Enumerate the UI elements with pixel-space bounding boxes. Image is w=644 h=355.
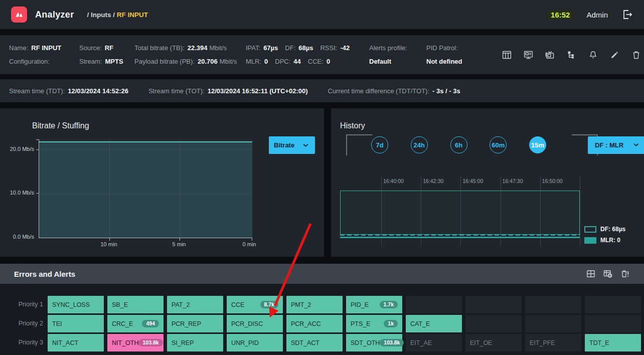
error-cell-pcr_rep[interactable]: PCR_REP: [167, 315, 223, 332]
tree-button[interactable]: [566, 50, 577, 60]
stream-info-fields: Name:RF INPUTConfiguration:Source:RFStre…: [9, 44, 502, 65]
display-card-button[interactable]: [523, 50, 534, 60]
error-cell-pat_2[interactable]: PAT_2: [167, 296, 223, 313]
mlr-line: [340, 237, 580, 238]
field-label: MLR:: [246, 58, 261, 65]
logout-button[interactable]: [621, 9, 633, 21]
field-unit: Mbit/s: [220, 58, 237, 65]
error-cell-pcr_acc[interactable]: PCR_ACC: [286, 315, 343, 332]
x-axis-label: 0 min: [234, 241, 264, 247]
field-label: Stream:: [79, 58, 102, 65]
range-button-60m[interactable]: 60m: [490, 136, 507, 153]
error-cell-sdt_oth[interactable]: SDT_OTH103.8k: [346, 334, 402, 351]
range-button-7d[interactable]: 7d: [371, 136, 388, 153]
info-column: IPAT:67µsDF:68µsRSSI:-42MLR:0DPC:44CCE:0: [246, 44, 369, 65]
clock: 16:52: [547, 10, 573, 20]
info-field-row: Name:RF INPUT: [9, 44, 79, 52]
edit-button[interactable]: [609, 50, 620, 60]
errors-table-button[interactable]: [586, 269, 596, 279]
errors-history-button[interactable]: [603, 269, 613, 279]
error-cell-pts_e[interactable]: PTS_E1k: [346, 315, 402, 332]
history-time-label: 16:42:30: [423, 178, 443, 184]
error-cell-cce[interactable]: CCE8.7k: [227, 296, 283, 313]
bitrate-panel-title: Bitrate / Stuffing: [32, 121, 89, 130]
error-cell-crc_e[interactable]: CRC_E494: [107, 315, 164, 332]
error-cell-label: SDT_ACT: [291, 339, 319, 346]
error-cell-si_rep[interactable]: SI_REP: [167, 334, 223, 351]
info-field-row: Not defined: [426, 58, 502, 65]
error-cell-label: PAT_2: [172, 301, 190, 308]
field-label: CCE:: [308, 58, 324, 65]
error-cell-tdt_e[interactable]: TDT_E: [585, 334, 641, 351]
df-band: [340, 191, 580, 235]
history-gridline: [580, 176, 580, 246]
history-metric-select[interactable]: DF : MLR: [588, 136, 644, 154]
error-cell-label: EIT_AE: [410, 339, 432, 346]
info-column: Total bitrate (TB):22.394Mbit/sPayload b…: [134, 44, 246, 65]
history-panel: History 7d24h6h60m15m DF : MLR 16:40:001…: [331, 108, 644, 257]
error-cell-unr_pid[interactable]: UNR_PID: [227, 334, 283, 351]
field-value: Default: [369, 58, 391, 65]
error-row: NIT_ACTNIT_OTH103.8kSI_REPUNR_PIDSDT_ACT…: [48, 334, 641, 351]
errors-header: Errors and Alerts: [0, 264, 644, 284]
info-column: Name:RF INPUTConfiguration:: [9, 44, 79, 65]
error-cell-eit_ae[interactable]: EIT_AE: [406, 334, 462, 351]
error-cell-pmt_2[interactable]: PMT_2: [286, 296, 343, 313]
y-axis-label: 10.0 Mb/s: [2, 190, 34, 196]
priority-label: Priority 3: [0, 334, 43, 351]
error-cell-empty: [585, 296, 641, 313]
history-time-label: 16:45:00: [462, 178, 483, 184]
error-cell-nit_act[interactable]: NIT_ACT: [48, 334, 104, 351]
error-cell-label: EIT_PFE: [530, 339, 555, 346]
x-tick: [252, 238, 252, 241]
field-label: Total bitrate (TB):: [134, 44, 185, 52]
field-label: Source:: [79, 44, 102, 52]
error-cell-label: TEI: [52, 320, 62, 327]
error-cell-sb_e[interactable]: SB_E: [107, 296, 164, 313]
errors-clear-button[interactable]: [620, 269, 630, 279]
bitrate-stuffing-panel: Bitrate / Stuffing 20.0 Mb/s 10.0 Mb/s 0…: [0, 108, 324, 257]
alerts-button[interactable]: [588, 50, 598, 60]
error-cell-pid_e[interactable]: PID_E1.7k: [346, 296, 402, 313]
layout-columns-button[interactable]: [502, 50, 512, 60]
error-cell-eit_pfe[interactable]: EIT_PFE: [525, 334, 581, 351]
app-logo[interactable]: [11, 7, 27, 23]
range-button-24h[interactable]: 24h: [411, 136, 428, 153]
error-cell-nit_oth[interactable]: NIT_OTH103.8k: [107, 334, 164, 351]
field-label: Payload bitrate (PB):: [134, 58, 195, 65]
delete-button[interactable]: [631, 50, 641, 60]
error-cell-empty: [585, 315, 641, 332]
tv-icon: [545, 50, 555, 60]
error-cell-pcr_disc[interactable]: PCR_DISC: [227, 315, 283, 332]
trash-alert-icon: [620, 269, 630, 279]
tv-button[interactable]: [545, 50, 555, 60]
error-cell-label: SDT_OTH: [351, 339, 380, 346]
mlr-line-dashed: [340, 235, 580, 236]
range-button-6h[interactable]: 6h: [450, 136, 467, 153]
info-field-row: Default: [369, 58, 426, 65]
error-cell-cat_e[interactable]: CAT_E: [406, 315, 462, 332]
error-cell-label: CCE: [231, 301, 244, 308]
field-label: RSSI:: [320, 44, 337, 52]
error-cell-empty: [406, 296, 462, 313]
y-tick: [36, 139, 39, 140]
field-value: 22.394: [188, 44, 208, 52]
info-column: PID Patrol:Not defined: [426, 44, 502, 65]
error-cell-sdt_act[interactable]: SDT_ACT: [286, 334, 343, 351]
error-cell-eit_oe[interactable]: EIT_OE: [465, 334, 522, 351]
error-cell-label: TDT_E: [589, 339, 609, 346]
user-menu[interactable]: Admin: [586, 11, 608, 19]
field-label: Alerts profile:: [369, 44, 407, 52]
error-cell-label: SI_REP: [172, 339, 194, 346]
breadcrumb-prefix[interactable]: / Inputs /: [87, 11, 116, 19]
error-cell-sync_loss[interactable]: SYNC_LOSS: [48, 296, 104, 313]
y-axis-label: 0.0 Mb/s: [2, 234, 34, 240]
bitrate-metric-value: Bitrate: [274, 141, 294, 149]
info-column: Source:RFStream:MPTS: [79, 44, 134, 65]
error-cell-empty: [525, 296, 581, 313]
range-button-15m[interactable]: 15m: [529, 136, 546, 153]
errors-title: Errors and Alerts: [14, 270, 75, 278]
layout-columns-icon: [502, 50, 512, 60]
bitrate-metric-select[interactable]: Bitrate: [269, 136, 315, 154]
error-cell-tei[interactable]: TEI: [48, 315, 104, 332]
